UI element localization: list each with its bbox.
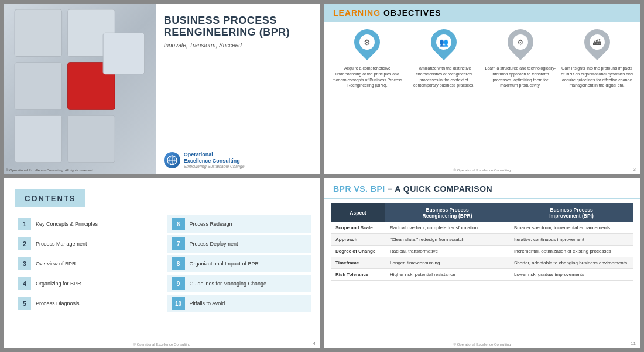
pin-3: ⚙ xyxy=(508,29,533,61)
bpr-degree: Radical, transformative xyxy=(385,246,509,257)
pin-inner-2: 👥 xyxy=(436,34,451,50)
col-header-bpr: Business ProcessReengineering (BPR) xyxy=(385,203,509,222)
header-highlight: LEARNING xyxy=(333,8,383,18)
contents-grid: 1 Key Concepts & Principles 6 Process Re… xyxy=(4,212,320,315)
slide-learning-objectives: LEARNING OBJECTIVES ⚙ Acquire a comprehe… xyxy=(324,4,640,174)
slide3-header: CONTENTS xyxy=(15,189,85,207)
bpi-degree: Incremental, optimization of existing pr… xyxy=(509,246,633,257)
table-row: Risk Tolerance Higher risk, potential re… xyxy=(331,269,633,281)
content-item-7: 7 Process Deployment xyxy=(167,235,311,253)
puzzle-background xyxy=(4,4,156,174)
col-header-aspect: Aspect xyxy=(331,203,385,222)
content-label-3: Overview of BPR xyxy=(36,261,76,267)
slide3-header-wrap: CONTENTS xyxy=(4,178,320,212)
content-num-3: 3 xyxy=(18,257,31,270)
content-num-9: 9 xyxy=(172,277,185,290)
slide1-subtitle: Innovate, Transform, Succeed xyxy=(164,42,312,49)
col-header-bpi: Business ProcessImprovement (BPI) xyxy=(509,203,633,222)
content-label-7: Process Deployment xyxy=(190,241,238,247)
content-num-4: 4 xyxy=(18,277,31,290)
slide1-logo: OperationalExcellence Consulting Empower… xyxy=(164,151,312,168)
slide2-header: LEARNING OBJECTIVES xyxy=(324,4,640,22)
aspect-degree: Degree of Change xyxy=(331,246,385,257)
objective-1: ⚙ Acquire a comprehensive understanding … xyxy=(331,29,404,88)
obj-text-3: Learn a structured and technologically-i… xyxy=(484,65,557,88)
logo-name: OperationalExcellence Consulting xyxy=(184,151,245,164)
content-num-8: 8 xyxy=(172,257,185,270)
content-num-6: 6 xyxy=(172,218,185,230)
slide1-image: © Operational Excellence Consulting. All… xyxy=(4,4,156,174)
bpr-risk: Higher risk, potential resistance xyxy=(385,269,509,281)
obj-text-1: Acquire a comprehensive understanding of… xyxy=(331,65,404,88)
content-label-4: Organizing for BPR xyxy=(36,281,81,287)
logo-circle xyxy=(164,152,180,168)
content-label-9: Guidelines for Managing Change xyxy=(190,281,267,287)
content-label-8: Organizational Impact of BPR xyxy=(190,261,259,267)
slide3-header-title: CONTENTS xyxy=(25,194,76,203)
slide2-objectives-list: ⚙ Acquire a comprehensive understanding … xyxy=(324,22,640,92)
header-bpr: BPR vs. BPI xyxy=(333,184,385,194)
slide2-pagenum: 3 xyxy=(633,167,636,172)
slide-bpr-vs-bpi: BPR vs. BPI – A QUICK COMPARISON Aspect … xyxy=(324,178,640,348)
content-item-1: 1 Key Concepts & Principles xyxy=(13,215,157,233)
table-row: Degree of Change Radical, transformative… xyxy=(331,246,633,257)
logo-tagline: Empowering Sustainable Change xyxy=(184,164,245,168)
content-label-6: Process Redesign xyxy=(190,221,232,227)
comparison-table: Aspect Business ProcessReengineering (BP… xyxy=(331,203,633,281)
slide1-title: BUSINESS PROCESS REENGINEERING (BPR) xyxy=(164,15,312,39)
content-item-6: 6 Process Redesign xyxy=(167,215,311,233)
content-label-2: Process Management xyxy=(36,241,87,247)
content-item-8: 8 Organizational Impact of BPR xyxy=(167,255,311,272)
pin-1: ⚙ xyxy=(354,29,380,61)
bpi-risk: Lower risk, gradual improvements xyxy=(509,269,633,281)
content-item-5: 5 Process Diagnosis xyxy=(13,295,157,312)
content-label-5: Process Diagnosis xyxy=(36,301,80,306)
content-item-4: 4 Organizing for BPR xyxy=(13,275,157,292)
slide4-header-title: BPR vs. BPI – A QUICK COMPARISON xyxy=(333,184,492,194)
content-item-3: 3 Overview of BPR xyxy=(13,255,157,272)
slide2-header-title: LEARNING OBJECTIVES xyxy=(333,8,441,18)
table-row: Scope and Scale Radical overhaul, comple… xyxy=(331,222,633,234)
svg-rect-0 xyxy=(15,9,62,57)
logo-text-block: OperationalExcellence Consulting Empower… xyxy=(184,151,245,168)
slide4-header: BPR vs. BPI – A QUICK COMPARISON xyxy=(324,178,640,199)
puzzle-svg xyxy=(4,4,156,174)
logo-globe-icon xyxy=(167,155,177,165)
svg-rect-5 xyxy=(68,115,115,163)
obj-text-2: Familiarize with the distinctive charact… xyxy=(407,65,481,88)
bpr-scope: Radical overhaul, complete transformatio… xyxy=(385,222,509,234)
slide2-copyright: © Operational Excellence Consulting xyxy=(454,168,511,172)
content-item-9: 9 Guidelines for Managing Change xyxy=(167,275,311,292)
aspect-timeframe: Timeframe xyxy=(331,257,385,269)
slide-bpr-title: © Operational Excellence Consulting. All… xyxy=(4,4,320,174)
content-label-10: Pitfalls to Avoid xyxy=(190,301,225,306)
pin-2: 👥 xyxy=(431,29,457,61)
table-row: Timeframe Longer, time-consuming Shorter… xyxy=(331,257,633,269)
content-item-2: 2 Process Management xyxy=(13,235,157,253)
content-num-10: 10 xyxy=(172,297,185,310)
slide4-pagenum: 11 xyxy=(631,341,636,346)
content-num-7: 7 xyxy=(172,237,185,250)
pin-inner-3: ⚙ xyxy=(513,34,528,50)
bpi-approach: Iterative, continuous improvement xyxy=(509,234,633,246)
slide-contents: CONTENTS 1 Key Concepts & Principles 6 P… xyxy=(4,178,320,348)
aspect-risk: Risk Tolerance xyxy=(331,269,385,281)
aspect-scope: Scope and Scale xyxy=(331,222,385,234)
svg-rect-2 xyxy=(15,63,62,110)
content-num-2: 2 xyxy=(18,237,31,250)
objective-4: 🏙 Gain insights into the profound impact… xyxy=(560,29,633,88)
svg-rect-6 xyxy=(103,33,144,74)
bpr-timeframe: Longer, time-consuming xyxy=(385,257,509,269)
aspect-approach: Approach xyxy=(331,234,385,246)
slide3-pagenum: 4 xyxy=(313,341,316,346)
objective-2: 👥 Familiarize with the distinctive chara… xyxy=(407,29,481,88)
slide1-content: BUSINESS PROCESS REENGINEERING (BPR) Inn… xyxy=(156,4,320,174)
bpr-approach: "Clean slate," redesign from scratch xyxy=(385,234,509,246)
content-label-1: Key Concepts & Principles xyxy=(36,221,98,227)
pin-inner-4: 🏙 xyxy=(590,34,605,50)
table-row: Approach "Clean slate," redesign from sc… xyxy=(331,234,633,246)
svg-rect-4 xyxy=(15,115,62,163)
bpi-timeframe: Shorter, adaptable to changing business … xyxy=(509,257,633,269)
slide3-copyright: © Operational Excellence Consulting xyxy=(133,343,191,346)
content-num-1: 1 xyxy=(18,218,31,230)
